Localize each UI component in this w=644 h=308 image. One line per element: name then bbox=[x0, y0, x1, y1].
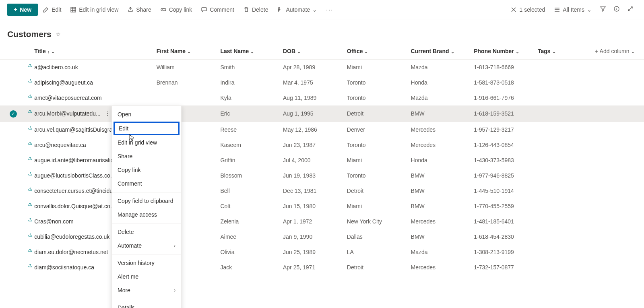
cell-brand: Mercedes bbox=[408, 260, 471, 275]
copy-link-button[interactable]: Copy link bbox=[156, 4, 196, 15]
automate-button[interactable]: Automate⌄ bbox=[273, 4, 321, 15]
table-row[interactable]: ✓arcu.Morbi@vulputatedu... ⋮EricAug 1, 1… bbox=[0, 105, 644, 122]
col-title[interactable]: Title ↑⌄ bbox=[26, 43, 153, 60]
row-select[interactable] bbox=[0, 168, 26, 183]
row-select[interactable] bbox=[0, 183, 26, 198]
new-button[interactable]: +New bbox=[7, 4, 38, 16]
chevron-down-icon: ⌄ bbox=[364, 49, 368, 54]
row-select[interactable] bbox=[0, 198, 26, 214]
col-last-name[interactable]: Last Name⌄ bbox=[217, 43, 280, 60]
delete-button[interactable]: Delete bbox=[239, 4, 272, 15]
row-select[interactable]: ✓ bbox=[0, 105, 26, 122]
table-row[interactable]: diam@sociisnatoque.ca JackApr 25, 1971De… bbox=[0, 260, 644, 275]
selection-count[interactable]: 1 selected bbox=[506, 6, 549, 13]
row-select[interactable] bbox=[0, 229, 26, 244]
row-select[interactable] bbox=[0, 90, 26, 105]
row-select[interactable] bbox=[0, 137, 26, 153]
chevron-down-icon: ⌄ bbox=[297, 49, 301, 54]
edit-grid-button[interactable]: Edit in grid view bbox=[66, 4, 122, 15]
list-table: Title ↑⌄ First Name⌄ Last Name⌄ DOB⌄ Off… bbox=[0, 43, 644, 275]
cm-more[interactable]: More› bbox=[112, 283, 181, 297]
row-select[interactable] bbox=[0, 153, 26, 168]
chevron-down-icon: ⌄ bbox=[51, 49, 55, 54]
cell-last: Colt bbox=[217, 198, 280, 214]
row-select[interactable] bbox=[0, 244, 26, 260]
col-brand[interactable]: Current Brand⌄ bbox=[408, 43, 471, 60]
cell-tags bbox=[535, 198, 591, 214]
row-select[interactable] bbox=[0, 260, 26, 275]
cm-copy-field[interactable]: Copy field to clipboard bbox=[112, 194, 181, 208]
edit-button[interactable]: Edit bbox=[39, 4, 65, 15]
table-row[interactable]: Cras@non.com ZeleniaApr 1, 1972New York … bbox=[0, 214, 644, 229]
cell-last: Olivia bbox=[217, 244, 280, 260]
cm-automate[interactable]: Automate› bbox=[112, 239, 181, 252]
item-share-icon bbox=[28, 64, 32, 68]
table-row[interactable]: convallis.dolor.Quisque@at.co.uk ColtJun… bbox=[0, 198, 644, 214]
checkmark-icon[interactable]: ✓ bbox=[10, 110, 17, 118]
cell-tags bbox=[535, 75, 591, 90]
table-row[interactable]: a@aclibero.co.uk WilliamSmithApr 28, 198… bbox=[0, 60, 644, 75]
cell-dob: Jun 15, 1980 bbox=[280, 198, 344, 214]
view-selector[interactable]: All Items⌄ bbox=[550, 6, 596, 13]
cm-comment[interactable]: Comment bbox=[112, 177, 181, 190]
table-row[interactable]: consectetuer.cursus.et@tinciduntl BellDe… bbox=[0, 183, 644, 198]
expand-button[interactable] bbox=[624, 3, 637, 16]
cell-title[interactable]: adipiscing@augueut.ca bbox=[26, 75, 153, 90]
table-row[interactable]: augue.id.ante@liberomaurisaliqua Griffin… bbox=[0, 153, 644, 168]
row-select[interactable] bbox=[0, 60, 26, 75]
cell-office: Miami bbox=[344, 153, 408, 168]
cm-details[interactable]: Details bbox=[112, 301, 181, 308]
cell-last: Smith bbox=[217, 60, 280, 75]
table-row[interactable]: adipiscing@augueut.ca BrennanIndiraMar 4… bbox=[0, 75, 644, 90]
row-more-icon[interactable]: ⋮ bbox=[102, 110, 113, 117]
table-row[interactable]: amet@vitaeposuereat.com KylaAug 11, 1989… bbox=[0, 90, 644, 105]
cell-last: Griffin bbox=[217, 153, 280, 168]
share-button[interactable]: Share bbox=[123, 4, 155, 15]
cm-share[interactable]: Share bbox=[112, 149, 181, 163]
cell-tags bbox=[535, 183, 591, 198]
cm-manage-access[interactable]: Manage access bbox=[112, 208, 181, 221]
cell-dob: Apr 25, 1971 bbox=[280, 260, 344, 275]
cell-phone: 1-445-510-1914 bbox=[471, 183, 535, 198]
table-row[interactable]: cubilia@eudoloregestas.co.uk AimeeJan 9,… bbox=[0, 229, 644, 244]
chevron-down-icon: ⌄ bbox=[552, 49, 556, 54]
table-row[interactable]: arcu.vel.quam@sagittisDuisgravid ReeseMa… bbox=[0, 122, 644, 137]
table-row[interactable]: arcu@nequevitae.ca KaseemJun 23, 1987Tor… bbox=[0, 137, 644, 153]
cell-office: Miami bbox=[344, 198, 408, 214]
col-office[interactable]: Office⌄ bbox=[344, 43, 408, 60]
automate-label: Automate bbox=[286, 6, 310, 13]
cm-copy-link[interactable]: Copy link bbox=[112, 163, 181, 177]
cell-last: Indira bbox=[217, 75, 280, 90]
command-bar: +New Edit Edit in grid view Share Copy l… bbox=[0, 0, 644, 19]
favorite-star-icon[interactable]: ☆ bbox=[56, 31, 61, 37]
comment-button[interactable]: Comment bbox=[197, 4, 238, 15]
more-button[interactable]: ··· bbox=[322, 4, 337, 15]
filter-button[interactable] bbox=[597, 3, 609, 16]
new-label: New bbox=[20, 6, 31, 13]
col-dob[interactable]: DOB⌄ bbox=[280, 43, 344, 60]
item-share-icon bbox=[28, 126, 32, 130]
col-tags[interactable]: Tags⌄ bbox=[535, 43, 591, 60]
cm-alert-me[interactable]: Alert me bbox=[112, 270, 181, 283]
cell-first: Brennan bbox=[153, 75, 217, 90]
col-phone[interactable]: Phone Number⌄ bbox=[471, 43, 535, 60]
table-row[interactable]: diam.eu.dolor@necmetus.net OliviaJun 25,… bbox=[0, 244, 644, 260]
row-select[interactable] bbox=[0, 75, 26, 90]
cm-edit-grid[interactable]: Edit in grid view bbox=[112, 136, 181, 149]
cm-open[interactable]: Open bbox=[112, 107, 181, 121]
chevron-right-icon: › bbox=[174, 243, 175, 248]
table-row[interactable]: augue@luctuslobortisClass.co.uk BlossomJ… bbox=[0, 168, 644, 183]
add-column-button[interactable]: +Add column⌄ bbox=[591, 43, 644, 60]
cell-title[interactable]: a@aclibero.co.uk bbox=[26, 60, 153, 75]
cm-version-history[interactable]: Version history bbox=[112, 256, 181, 270]
row-select[interactable] bbox=[0, 214, 26, 229]
row-select[interactable] bbox=[0, 122, 26, 137]
item-share-icon bbox=[28, 233, 32, 237]
cell-phone: 1-430-373-5983 bbox=[471, 153, 535, 168]
cm-delete[interactable]: Delete bbox=[112, 225, 181, 239]
col-first-name[interactable]: First Name⌄ bbox=[153, 43, 217, 60]
cell-title[interactable]: amet@vitaeposuereat.com bbox=[26, 90, 153, 105]
cm-edit[interactable]: Edit bbox=[114, 122, 180, 135]
info-button[interactable] bbox=[610, 3, 623, 16]
cell-last: Zelenia bbox=[217, 214, 280, 229]
